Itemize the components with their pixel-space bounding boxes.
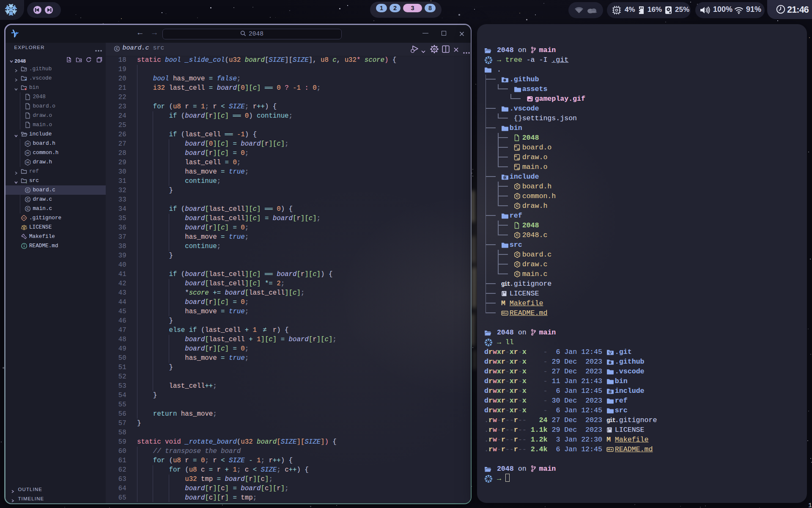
svg-text:C: C bbox=[516, 184, 518, 188]
svg-text:C: C bbox=[115, 47, 118, 51]
svg-text:10: 10 bbox=[516, 157, 519, 160]
svg-text:10: 10 bbox=[516, 147, 519, 150]
svg-text:C: C bbox=[26, 197, 29, 202]
svg-text:C: C bbox=[516, 252, 518, 257]
svg-text:H: H bbox=[26, 151, 29, 155]
svg-text:C: C bbox=[26, 207, 29, 211]
svg-text:C: C bbox=[516, 262, 518, 266]
svg-text:C: C bbox=[26, 188, 29, 192]
svg-text:(): () bbox=[25, 180, 27, 184]
svg-text:10: 10 bbox=[516, 167, 519, 170]
svg-text:H: H bbox=[26, 160, 29, 164]
svg-text:C: C bbox=[516, 233, 518, 237]
svg-text:C: C bbox=[516, 272, 518, 276]
svg-text:C: C bbox=[516, 194, 518, 198]
svg-text:C: C bbox=[516, 204, 518, 208]
svg-text:H: H bbox=[26, 142, 29, 146]
